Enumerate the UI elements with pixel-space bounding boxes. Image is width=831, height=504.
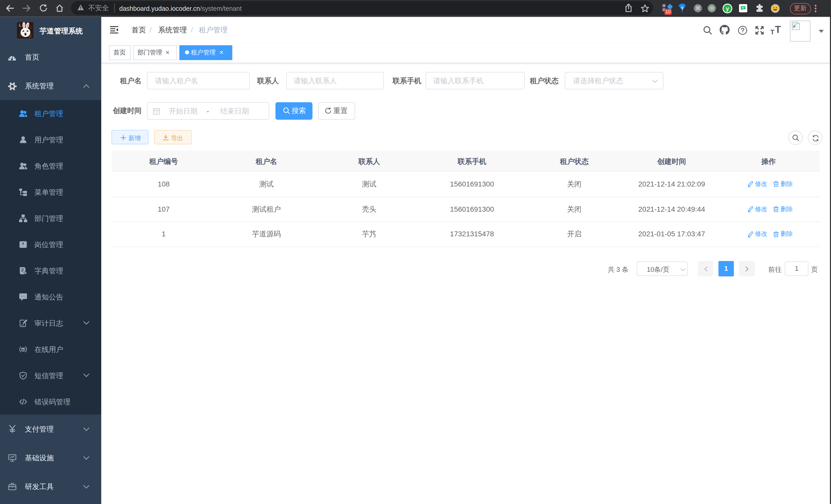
- svg-text:⌘: ⌘: [695, 5, 700, 11]
- svg-text:y: y: [726, 5, 729, 11]
